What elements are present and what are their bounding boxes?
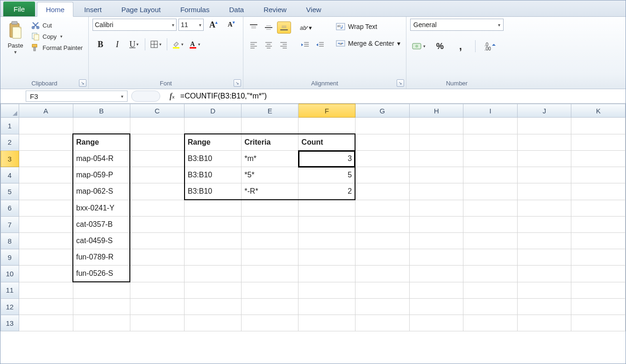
grow-font-button[interactable]: A▴ bbox=[206, 19, 221, 31]
cell[interactable] bbox=[571, 282, 626, 299]
cell[interactable] bbox=[299, 249, 355, 266]
cell[interactable] bbox=[571, 299, 626, 315]
cell[interactable] bbox=[73, 282, 130, 299]
row-header[interactable]: 11 bbox=[1, 282, 19, 299]
cell[interactable]: *-R* bbox=[242, 183, 299, 200]
cell[interactable]: map-054-R bbox=[73, 151, 130, 167]
column-header[interactable]: B bbox=[73, 104, 130, 118]
row-header[interactable]: 5 bbox=[1, 183, 19, 200]
cell[interactable]: cat-0459-S bbox=[73, 233, 130, 249]
cell[interactable] bbox=[517, 200, 571, 217]
cell[interactable] bbox=[185, 299, 242, 315]
worksheet-grid[interactable]: ABCDEFGHIJK12RangeRangeCriteriaCount3map… bbox=[0, 104, 626, 364]
clipboard-dialog-launcher[interactable]: ↘ bbox=[79, 79, 86, 87]
cell[interactable] bbox=[19, 282, 73, 299]
cell[interactable] bbox=[19, 183, 73, 200]
cell[interactable] bbox=[409, 249, 463, 266]
font-family-combo[interactable]: Calibri ▾ bbox=[92, 19, 177, 31]
cell[interactable]: Range bbox=[73, 134, 130, 151]
cell[interactable] bbox=[463, 249, 518, 266]
cell[interactable] bbox=[19, 151, 73, 167]
cell[interactable] bbox=[130, 118, 185, 134]
cell[interactable] bbox=[517, 299, 571, 315]
fill-color-button[interactable]: ▾ bbox=[170, 38, 186, 50]
cell[interactable] bbox=[73, 315, 130, 331]
cell[interactable] bbox=[517, 315, 571, 331]
cell[interactable] bbox=[130, 249, 185, 266]
column-header[interactable]: C bbox=[130, 104, 185, 118]
cell[interactable] bbox=[19, 266, 73, 282]
cell[interactable] bbox=[571, 233, 626, 249]
paste-button[interactable]: Paste ▼ bbox=[4, 19, 27, 56]
cell[interactable]: B3:B10 bbox=[185, 151, 242, 167]
cell[interactable] bbox=[242, 299, 299, 315]
cell[interactable]: fun-0789-R bbox=[73, 249, 130, 266]
tab-page-layout[interactable]: Page Layout bbox=[113, 2, 170, 16]
cell[interactable] bbox=[130, 167, 185, 183]
row-header[interactable]: 8 bbox=[1, 233, 19, 249]
row-header[interactable]: 1 bbox=[1, 118, 19, 134]
cell[interactable] bbox=[571, 151, 626, 167]
align-right-button[interactable] bbox=[277, 39, 290, 50]
cell[interactable] bbox=[355, 200, 409, 217]
cell[interactable] bbox=[355, 233, 409, 249]
cell[interactable] bbox=[355, 249, 409, 266]
cell[interactable] bbox=[409, 167, 463, 183]
merge-center-button[interactable]: a Merge & Center ▾ bbox=[334, 38, 402, 49]
cell[interactable] bbox=[242, 233, 299, 249]
cell[interactable] bbox=[409, 151, 463, 167]
cell[interactable] bbox=[463, 282, 518, 299]
cell[interactable] bbox=[242, 200, 299, 217]
row-header[interactable]: 3 bbox=[1, 151, 19, 167]
cell[interactable] bbox=[130, 217, 185, 233]
row-header[interactable]: 4 bbox=[1, 167, 19, 183]
cell[interactable] bbox=[355, 183, 409, 200]
cell[interactable] bbox=[409, 200, 463, 217]
tab-insert[interactable]: Insert bbox=[75, 2, 111, 16]
increase-decimal-button[interactable]: .0.00 bbox=[482, 40, 498, 52]
cell[interactable] bbox=[463, 315, 518, 331]
cell[interactable] bbox=[185, 200, 242, 217]
cell[interactable] bbox=[19, 200, 73, 217]
cell[interactable] bbox=[355, 118, 409, 134]
cell[interactable] bbox=[463, 134, 518, 151]
cell[interactable] bbox=[571, 200, 626, 217]
cell[interactable] bbox=[299, 266, 355, 282]
cell[interactable] bbox=[409, 315, 463, 331]
tab-data[interactable]: Data bbox=[220, 2, 253, 16]
cell[interactable] bbox=[130, 151, 185, 167]
increase-indent-button[interactable] bbox=[313, 39, 327, 50]
cell[interactable] bbox=[242, 282, 299, 299]
cell[interactable] bbox=[517, 183, 571, 200]
cell[interactable]: cat-0357-B bbox=[73, 217, 130, 233]
column-header[interactable]: G bbox=[355, 104, 409, 118]
row-header[interactable]: 13 bbox=[1, 315, 19, 331]
cell[interactable] bbox=[355, 299, 409, 315]
cell[interactable] bbox=[409, 233, 463, 249]
cell[interactable] bbox=[463, 118, 518, 134]
cell[interactable]: *m* bbox=[242, 151, 299, 167]
cell[interactable] bbox=[355, 217, 409, 233]
column-header[interactable]: J bbox=[517, 104, 571, 118]
cell[interactable] bbox=[571, 217, 626, 233]
row-header[interactable]: 7 bbox=[1, 217, 19, 233]
alignment-dialog-launcher[interactable]: ↘ bbox=[397, 79, 404, 87]
accounting-format-button[interactable]: ▾ bbox=[410, 40, 427, 52]
cell[interactable] bbox=[299, 200, 355, 217]
row-header[interactable]: 2 bbox=[1, 134, 19, 151]
cell[interactable] bbox=[355, 134, 409, 151]
cell[interactable] bbox=[242, 249, 299, 266]
cell[interactable]: map-062-S bbox=[73, 183, 130, 200]
cell[interactable] bbox=[19, 299, 73, 315]
cell[interactable] bbox=[571, 315, 626, 331]
column-header[interactable]: A bbox=[19, 104, 73, 118]
orientation-button[interactable]: ab▾ bbox=[299, 22, 313, 33]
align-center-button[interactable] bbox=[262, 39, 275, 50]
cell[interactable] bbox=[571, 249, 626, 266]
cell[interactable] bbox=[73, 299, 130, 315]
cell[interactable] bbox=[571, 134, 626, 151]
cell[interactable] bbox=[517, 118, 571, 134]
tab-formulas[interactable]: Formulas bbox=[171, 2, 219, 16]
tab-home[interactable]: Home bbox=[37, 2, 73, 17]
cell[interactable] bbox=[73, 118, 130, 134]
